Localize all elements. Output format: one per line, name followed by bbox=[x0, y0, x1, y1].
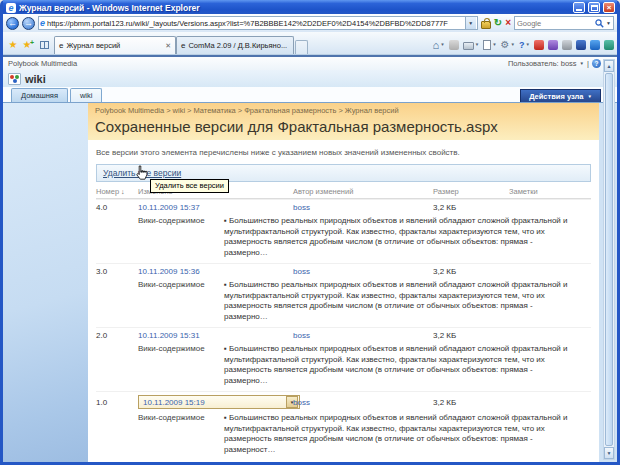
search-icon[interactable] bbox=[595, 19, 604, 28]
breadcrumb-link[interactable]: wiki bbox=[173, 106, 186, 115]
version-date-link[interactable]: 10.11.2009 15:19 bbox=[139, 398, 286, 407]
print-dropdown-icon[interactable]: ▼ bbox=[475, 39, 479, 51]
portal-help-icon[interactable]: ? bbox=[592, 59, 601, 68]
minimize-icon bbox=[576, 9, 582, 11]
version-number: 3.0 bbox=[96, 267, 138, 276]
sort-desc-icon: ↓ bbox=[121, 188, 125, 195]
tab-favicon: e bbox=[181, 41, 185, 50]
rss-feed-icon bbox=[449, 40, 459, 50]
tab-version-history[interactable]: e Журнал версий ✕ bbox=[54, 36, 176, 54]
search-dropdown-icon[interactable]: ▼ bbox=[606, 20, 611, 26]
help-button[interactable]: ?▼ bbox=[519, 39, 530, 51]
home-dropdown-icon[interactable]: ▼ bbox=[440, 39, 444, 51]
page-dropdown-icon[interactable]: ▼ bbox=[492, 39, 496, 51]
version-row: 2.0 10.11.2009 15:31 boss 3,2 КБ bbox=[96, 327, 591, 343]
maximize-button[interactable] bbox=[588, 2, 600, 13]
scroll-down-icon[interactable]: ▼ bbox=[604, 447, 614, 459]
tab-comma[interactable]: e ComMa 2.09 / Д.В.Кирьяно... bbox=[176, 36, 294, 54]
browser-window: e Журнал версий - Windows Internet Explo… bbox=[0, 0, 620, 465]
version-author-link[interactable]: boss bbox=[293, 203, 310, 212]
version-author-link[interactable]: boss bbox=[293, 398, 310, 407]
vertical-scrollbar[interactable]: ▲ ▼ bbox=[603, 59, 615, 460]
breadcrumb-link[interactable]: Математика bbox=[193, 106, 235, 115]
version-number: 2.0 bbox=[96, 331, 138, 340]
user-menu[interactable]: Пользователь: boss bbox=[508, 59, 577, 68]
version-date-link[interactable]: 10.11.2009 15:37 bbox=[138, 203, 200, 212]
url-input[interactable] bbox=[47, 17, 463, 29]
tools-dropdown-icon[interactable]: ▼ bbox=[511, 39, 515, 51]
site-actions-button[interactable]: Действия узла ▼ bbox=[520, 89, 601, 102]
version-content-row: Вики-содержимое ▪ Большинство реальных п… bbox=[96, 343, 591, 391]
version-size: 3,2 КБ bbox=[433, 398, 509, 407]
column-header-notes[interactable]: Заметки bbox=[509, 187, 591, 196]
close-button[interactable]: × bbox=[603, 2, 615, 13]
scroll-up-icon[interactable]: ▲ bbox=[604, 60, 614, 72]
address-field[interactable]: e ▼ bbox=[38, 16, 478, 30]
nav-tab-home[interactable]: Домашняя bbox=[11, 88, 68, 102]
portal-name: Polybook Multimedia bbox=[8, 59, 77, 68]
version-item-menu[interactable]: 10.11.2009 15:19 ▼ bbox=[138, 395, 300, 409]
top-navigation: Домашняя wiki Действия узла ▼ bbox=[3, 87, 617, 103]
page-description: Все версии этого элемента перечислены ни… bbox=[96, 148, 591, 157]
tab-bar: ★ ★ e Журнал версий ✕ e ComMa 2.09 / Д.В… bbox=[3, 32, 617, 55]
scrollbar-thumb[interactable] bbox=[605, 73, 613, 446]
help-dropdown-icon[interactable]: ▼ bbox=[526, 39, 530, 51]
main-area: Polybook Multimedia>wiki>Математика>Фрак… bbox=[88, 103, 599, 449]
column-header-number[interactable]: Номер↓ bbox=[96, 187, 138, 196]
tools-button[interactable]: ⚙▼ bbox=[501, 39, 515, 51]
wiki-content-label: Вики-содержимое bbox=[138, 344, 224, 386]
forward-button[interactable]: → bbox=[22, 17, 35, 30]
page-header: Polybook Multimedia>wiki>Математика>Фрак… bbox=[88, 103, 599, 140]
back-button[interactable]: ← bbox=[6, 17, 19, 30]
wiki-content-text: ▪ Большинство реальных природных объекто… bbox=[224, 280, 591, 322]
print-button[interactable]: ▼ bbox=[463, 39, 479, 51]
column-header-size[interactable]: Размер bbox=[433, 187, 509, 196]
version-date-link[interactable]: 10.11.2009 15:31 bbox=[138, 331, 200, 340]
title-bar: e Журнал версий - Windows Internet Explo… bbox=[3, 0, 617, 14]
column-header-author[interactable]: Автор изменений bbox=[293, 187, 433, 196]
wiki-content-text: ▪ Большинство реальных природных объекто… bbox=[224, 216, 591, 258]
search-input[interactable] bbox=[517, 19, 593, 28]
version-content-row: Вики-содержимое ▪ Большинство реальных п… bbox=[96, 279, 591, 327]
minimize-button[interactable] bbox=[573, 2, 585, 13]
version-size: 3,2 КБ bbox=[433, 267, 509, 276]
add-favorite-icon[interactable]: ★ bbox=[20, 36, 34, 54]
site-logo-icon bbox=[8, 73, 21, 85]
version-author-link[interactable]: boss bbox=[293, 267, 310, 276]
window-title: Журнал версий - Windows Internet Explore… bbox=[19, 3, 570, 13]
addon-icon-3[interactable] bbox=[562, 40, 572, 50]
nav-tab-wiki[interactable]: wiki bbox=[70, 88, 103, 102]
breadcrumb-link[interactable]: Фрактальная размерность bbox=[244, 106, 336, 115]
address-dropdown-icon[interactable]: ▼ bbox=[465, 17, 476, 29]
version-author-link[interactable]: boss bbox=[293, 331, 310, 340]
version-row: 4.0 10.11.2009 15:37 boss 3,2 КБ bbox=[96, 199, 591, 215]
version-date-link[interactable]: 10.11.2009 15:36 bbox=[138, 267, 200, 276]
version-row: 1.0 10.11.2009 15:19 ▼ boss 3,2 КБ bbox=[96, 391, 591, 412]
favorites-center-icon[interactable]: ★ bbox=[6, 36, 20, 54]
breadcrumb-current: Журнал версий bbox=[345, 106, 399, 115]
wiki-content-text: ▪ Большинство реальных природных объекто… bbox=[224, 344, 591, 386]
quick-tabs-icon[interactable] bbox=[36, 37, 52, 53]
breadcrumb-separator: > bbox=[164, 106, 172, 115]
new-tab-button[interactable] bbox=[295, 40, 308, 54]
addon-icon-1[interactable] bbox=[534, 40, 544, 50]
addon-icon-6[interactable] bbox=[604, 40, 614, 50]
home-button[interactable]: ⌂▼ bbox=[433, 39, 445, 51]
wiki-content-label: Вики-содержимое bbox=[138, 280, 224, 322]
addon-icon-2[interactable] bbox=[548, 40, 558, 50]
tab-close-icon[interactable]: ✕ bbox=[165, 42, 171, 50]
version-size: 3,2 КБ bbox=[433, 331, 509, 340]
user-menu-caret-icon[interactable]: ▼ bbox=[580, 61, 584, 66]
quick-tabs-grid bbox=[40, 41, 49, 49]
breadcrumb-link[interactable]: Polybook Multimedia bbox=[95, 106, 164, 115]
stop-button[interactable]: × bbox=[505, 16, 511, 30]
site-title: wiki bbox=[25, 73, 46, 85]
feeds-button[interactable] bbox=[449, 40, 459, 50]
search-box[interactable]: ▼ bbox=[514, 16, 614, 30]
site-actions-label: Действия узла bbox=[529, 92, 583, 101]
addon-icon-5[interactable] bbox=[590, 40, 600, 50]
refresh-button[interactable]: ↻ bbox=[494, 16, 502, 30]
page-menu-button[interactable]: ▼ bbox=[483, 39, 496, 51]
addon-icon-4[interactable] bbox=[576, 40, 586, 50]
version-number: 1.0 bbox=[96, 398, 138, 407]
